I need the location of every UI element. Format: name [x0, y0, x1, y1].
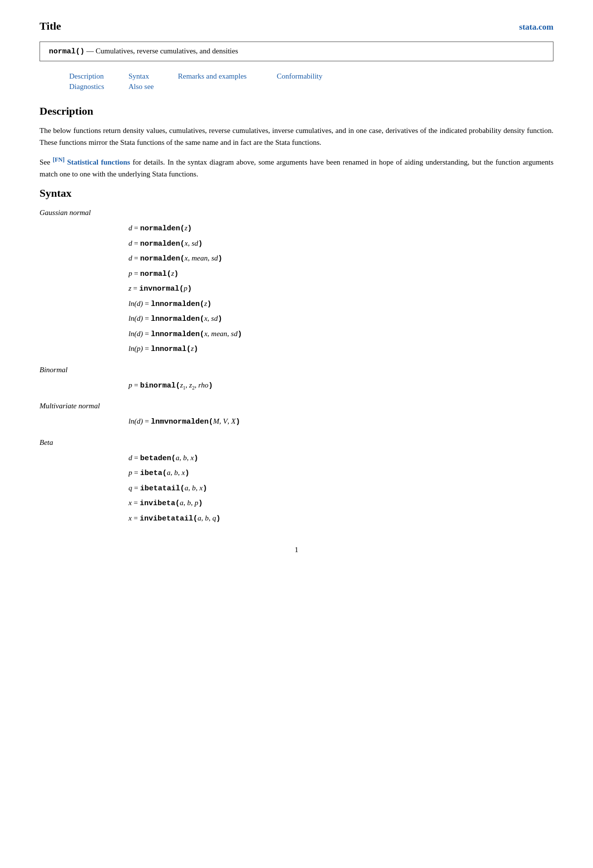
multivariate-lines: ln(d) = lnmvnormalden(M, V, X) [40, 414, 553, 430]
page-footer: 1 [40, 546, 553, 554]
syntax-line: d = betaden(a, b, x) [128, 451, 553, 466]
nav-syntax[interactable]: Syntax [128, 72, 178, 81]
nav-description[interactable]: Description [69, 72, 128, 81]
nav-conformability[interactable]: Conformability [277, 72, 356, 81]
syntax-line: x = invibetatail(a, b, q) [128, 511, 553, 526]
syntax-section: Syntax Gaussian normal d = normalden(z) … [40, 187, 553, 526]
syntax-category-binormal: Binormal p = binormal(z1, z2, rho) [40, 366, 553, 393]
stata-link[interactable]: stata.com [519, 22, 553, 32]
description-para1: The below functions return density value… [40, 125, 553, 148]
fn-ref-bracket[interactable]: [FN] [53, 156, 65, 163]
syntax-line: d = normalden(x, mean, sd) [128, 251, 553, 266]
syntax-category-beta: Beta d = betaden(a, b, x) p = ibeta(a, b… [40, 438, 553, 526]
nav-diagnostics[interactable]: Diagnostics [69, 83, 128, 91]
title-fn-name: normal() [49, 47, 85, 56]
title-dash: — [86, 47, 94, 55]
title-box: normal() — Cumulatives, reverse cumulati… [40, 42, 553, 61]
gaussian-label: Gaussian normal [40, 209, 553, 217]
syntax-line: z = invnormal(p) [128, 281, 553, 297]
description-heading: Description [40, 105, 553, 118]
syntax-line: ln(d) = lnmvnormalden(M, V, X) [128, 414, 553, 430]
multivariate-label: Multivariate normal [40, 402, 553, 410]
nav-also-see[interactable]: Also see [128, 83, 178, 91]
syntax-category-multivariate: Multivariate normal ln(d) = lnmvnormalde… [40, 402, 553, 430]
syntax-line: p = binormal(z1, z2, rho) [128, 378, 553, 393]
page-header: Title stata.com [40, 20, 553, 33]
navigation: Description Syntax Remarks and examples … [40, 72, 553, 91]
syntax-line: x = invibeta(a, b, p) [128, 496, 553, 511]
binormal-label: Binormal [40, 366, 553, 374]
beta-label: Beta [40, 438, 553, 447]
nav-remarks[interactable]: Remarks and examples [178, 72, 277, 81]
syntax-line: ln(d) = lnnormalden(z) [128, 297, 553, 312]
syntax-category-gaussian: Gaussian normal d = normalden(z) d = nor… [40, 209, 553, 357]
syntax-line: d = normalden(z) [128, 221, 553, 236]
syntax-line: q = ibetatail(a, b, x) [128, 481, 553, 496]
para2-prefix: See [40, 158, 53, 166]
syntax-line: ln(d) = lnnormalden(x, sd) [128, 311, 553, 327]
syntax-line: p = ibeta(a, b, x) [128, 466, 553, 481]
gaussian-lines: d = normalden(z) d = normalden(x, sd) d … [40, 221, 553, 357]
page-number: 1 [295, 546, 298, 554]
description-section: Description The below functions return d… [40, 105, 553, 180]
page-title: Title [40, 20, 61, 33]
syntax-line: ln(p) = lnnormal(z) [128, 342, 553, 357]
syntax-heading: Syntax [40, 187, 553, 200]
description-para2: See [FN] Statistical functions for detai… [40, 155, 553, 180]
statistical-functions-link[interactable]: Statistical functions [67, 158, 130, 166]
binormal-lines: p = binormal(z1, z2, rho) [40, 378, 553, 393]
syntax-line: d = normalden(x, sd) [128, 236, 553, 252]
beta-lines: d = betaden(a, b, x) p = ibeta(a, b, x) … [40, 451, 553, 526]
syntax-line: p = normal(z) [128, 266, 553, 282]
syntax-line: ln(d) = lnnormalden(x, mean, sd) [128, 327, 553, 342]
title-description: Cumulatives, reverse cumulatives, and de… [96, 47, 238, 55]
